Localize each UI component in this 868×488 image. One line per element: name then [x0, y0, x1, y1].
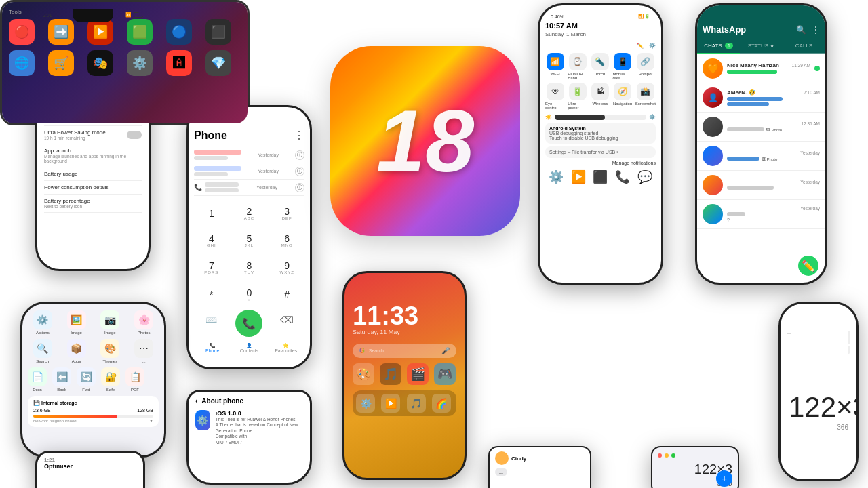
tablet-icon-dark[interactable]: ⬛ — [205, 19, 231, 45]
key-2[interactable]: 2ABC — [232, 201, 267, 226]
tablet-icon-green[interactable]: 🟩 — [127, 19, 153, 45]
miui-icon-pdf[interactable]: 📋 PDF — [125, 367, 144, 392]
nav-contacts[interactable]: 👤Contacts — [231, 343, 267, 353]
dock-icon-music[interactable]: 🎵 — [407, 394, 426, 413]
battery-item-percentage[interactable]: Battery percentage Next to battery icon — [44, 195, 142, 213]
wa-chat-item[interactable]: 12:31 AM 🖼 Photo — [697, 113, 825, 142]
settings-icon[interactable]: ⚙️ — [649, 43, 656, 49]
miui-icon-docs[interactable]: 📄 Docs — [28, 367, 47, 392]
cc-tile-band[interactable]: ⌚ HONOR Band — [568, 53, 587, 80]
edit-icon[interactable]: ✏️ — [637, 43, 644, 49]
about-back-icon[interactable]: ‹ — [195, 397, 197, 405]
miui-icon-themes[interactable]: 🎨 Themes — [96, 339, 125, 363]
tab-chats[interactable]: CHATS 1 — [697, 39, 740, 54]
storage-arrow-down[interactable]: ▼ — [149, 419, 153, 423]
whatsapp-search-icon[interactable]: 🔍 — [796, 25, 806, 35]
dock-icon-photos[interactable]: 🌈 — [432, 394, 451, 413]
tablet-icon-letter[interactable]: 🅰 — [166, 50, 192, 76]
miui-icon-more[interactable]: ⋯ ... — [129, 339, 159, 363]
tablet-icon-arrow[interactable]: ➡️ — [48, 19, 74, 45]
cc-tile-torch[interactable]: 🔦 Torch — [590, 53, 610, 80]
battery-item-usage[interactable]: Battery usage — [44, 167, 142, 181]
manage-notifications[interactable]: Manage notifications — [545, 161, 656, 165]
key-3[interactable]: 3DEF — [269, 201, 304, 226]
dock-apps[interactable]: ⬛ — [593, 169, 608, 184]
cc-tile-hotspot[interactable]: 🔗 Hotspot — [635, 53, 656, 80]
wa-chat-item[interactable]: Yesterday ? — [697, 200, 825, 229]
notification-filetransfer[interactable]: Settings – File transfer via USB › — [545, 146, 656, 158]
miui-icon-image[interactable]: 🖼️ Image — [62, 310, 92, 335]
recent-call-item[interactable]: Yesterday ⓘ — [194, 147, 304, 163]
battery-item-applaunch[interactable]: App launch Manage launches and apps runn… — [44, 144, 142, 167]
miui-icon-apps[interactable]: 📦 Apps — [62, 339, 92, 363]
whatsapp-menu-icon[interactable]: ⋮ — [812, 25, 820, 35]
key-7[interactable]: 7PQRS — [194, 256, 229, 280]
key-star[interactable]: * — [194, 283, 229, 307]
miui-icon-actions[interactable]: ⚙️ Actions — [28, 310, 58, 335]
recent-info-icon[interactable]: ⓘ — [295, 167, 304, 176]
wa-compose-button[interactable]: ✏️ — [798, 256, 818, 276]
brightness-track[interactable] — [555, 115, 646, 120]
miui-icon-back[interactable]: ⬅️ Back — [52, 367, 71, 392]
wa-chat-item[interactable]: Yesterday 🖼 Photo — [697, 142, 825, 171]
mic-icon[interactable]: 🎤 — [441, 347, 450, 354]
cc-tile-nav[interactable]: 🧭 Navigation — [612, 83, 632, 110]
lock-app-tiktok[interactable]: 🎵 — [380, 363, 401, 385]
miui-icon-camera[interactable]: 📷 Image — [96, 310, 125, 335]
wa-chat-item[interactable]: 🧡 Nice Maahy Ramzan 11:29 AM — [697, 54, 825, 83]
key-6[interactable]: 6MNO — [269, 228, 304, 253]
lock-app-music[interactable]: 🎬 — [407, 363, 429, 385]
miui-icon-photos[interactable]: 🌸 Photos — [129, 310, 159, 335]
cc-tile-projection[interactable]: 📽 Wireless — [590, 83, 610, 110]
miui-icon-safe[interactable]: 🔐 Safe — [101, 367, 120, 392]
tablet-icon-youtube[interactable]: ▶️ — [87, 19, 113, 45]
tab-calls[interactable]: CALLS — [783, 39, 825, 53]
recent-info-icon[interactable]: ⓘ — [295, 150, 304, 160]
lock-app-optimiser[interactable]: 🎨 — [353, 363, 374, 385]
dock-phone[interactable]: 📞 — [615, 169, 630, 184]
wa-chat-item[interactable]: Yesterday — [697, 171, 825, 200]
cc-tile-eye[interactable]: 👁 Eye control — [545, 83, 565, 110]
key-4[interactable]: 4GHI — [194, 228, 229, 253]
dock-play[interactable]: ▶️ — [571, 169, 586, 184]
dock-icon-settings[interactable]: ⚙️ — [356, 394, 375, 413]
dialer-menu-icon[interactable]: ⋮ — [294, 129, 304, 142]
recent-call-item[interactable]: 📞 Yesterday ⓘ — [194, 180, 304, 196]
tablet-dots[interactable]: ⋯ — [235, 9, 241, 15]
lock-search-bar[interactable]: G Search... 🎤 — [353, 344, 456, 358]
key-5[interactable]: 5JKL — [232, 228, 267, 253]
recent-call-item[interactable]: Yesterday ⓘ — [194, 163, 304, 180]
fab-blue-button[interactable]: + — [716, 470, 732, 487]
tablet-icon-settings[interactable]: ⚙️ — [127, 50, 153, 76]
keypad-icon[interactable]: ⌨️ — [194, 310, 229, 330]
tablet-icon-blue1[interactable]: 🔵 — [166, 19, 192, 45]
miui-icon-search[interactable]: 🔍 Search — [28, 339, 58, 363]
lock-app-extra[interactable]: 🎮 — [434, 363, 456, 385]
tablet-icon-shop[interactable]: 🛒 — [48, 50, 74, 76]
nav-favorites[interactable]: ⭐Favourites — [268, 343, 304, 353]
recent-info-icon[interactable]: ⓘ — [295, 183, 304, 192]
dots-menu[interactable]: ⋯ — [728, 453, 732, 459]
key-hash[interactable]: # — [269, 283, 304, 307]
cc-tile-data[interactable]: 📱 Mobile data — [612, 53, 632, 80]
battery-item-consumption[interactable]: Power consumption details — [44, 181, 142, 195]
dock-icon-play[interactable]: ▶️ — [381, 394, 400, 413]
key-0[interactable]: 0+ — [232, 283, 267, 307]
toggle-ultra[interactable] — [127, 131, 142, 139]
call-button[interactable]: 📞 — [235, 310, 262, 337]
dock-messages[interactable]: 💬 — [637, 169, 652, 184]
wa-chat-item[interactable]: 👤 AMeeN. 🤣 7:10 AM — [697, 83, 825, 113]
miui-icon-forward[interactable]: 🔄 Fwd — [77, 367, 96, 392]
cc-tile-wifi[interactable]: 📶 Wi-Fi — [545, 53, 565, 80]
nav-phone[interactable]: 📞Phone — [194, 343, 231, 353]
key-8[interactable]: 8TUV — [232, 256, 267, 280]
tablet-icon-diamond[interactable]: 💎 — [205, 50, 231, 76]
tablet-icon-red[interactable]: 🔴 — [9, 19, 35, 45]
cc-tile-ultrapower[interactable]: 🔋 Ultra power — [568, 83, 587, 110]
tablet-icon-browser[interactable]: 🌐 — [9, 50, 35, 76]
key-1[interactable]: 1 — [194, 201, 229, 226]
tablet-icon-video[interactable]: 🎭 — [87, 50, 113, 76]
tab-status[interactable]: STATUS ★ — [740, 39, 783, 53]
delete-icon[interactable]: ⌫ — [269, 310, 304, 330]
notification-usb[interactable]: Android System USB debugging startedTouc… — [545, 123, 656, 144]
